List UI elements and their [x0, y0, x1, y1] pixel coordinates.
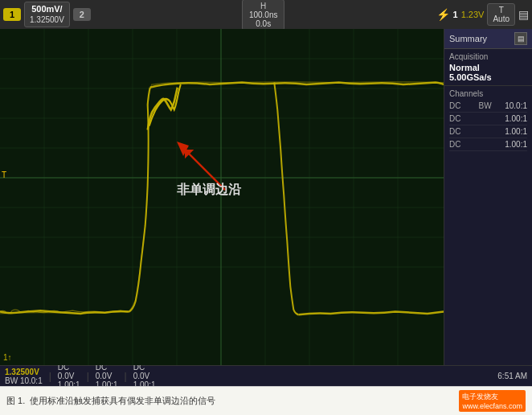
ch1-bw-status: BW 10.0:1: [5, 376, 43, 385]
ch4-offset: 0.0V: [133, 372, 150, 380]
summary-icon[interactable]: ▤: [514, 32, 527, 45]
run-voltage: 1.23V: [461, 10, 485, 19]
summary-header: Summary ▤: [444, 29, 532, 49]
trigger-icon: ⚡: [436, 8, 450, 21]
caption-text: 使用标准沿触发捕获具有偶发非单调边沿的信号: [30, 395, 215, 407]
annotation-text: 非单调边沿: [177, 182, 241, 199]
main-content: T 非单调边沿 1↑ Summary ▤: [0, 29, 532, 365]
voltage-div: 500mV/: [31, 4, 63, 14]
channel1-button[interactable]: 1: [3, 8, 21, 21]
figure-label: 图 1.: [6, 395, 25, 407]
sep1: |: [49, 371, 51, 382]
ch1-ratio: 10.0:1: [505, 101, 527, 110]
right-panel: Summary ▤ Acquisition Normal 5.00GSa/s C…: [444, 29, 532, 365]
channels-section: Channels DC BW 10.0:1 DC 1.00:1 DC 1.00:…: [444, 86, 532, 154]
ch1-dc: DC: [449, 101, 465, 110]
display-icon[interactable]: ▤: [518, 8, 529, 21]
time-offset: 0.0s: [256, 19, 271, 28]
main-container: 1 500mV/ 1.32500V 2 H 100.0ns 0.0s ⚡ 1 1…: [0, 0, 532, 415]
channel1-offset: 1.32500V: [30, 15, 64, 25]
channels-label: Channels: [449, 89, 527, 98]
scope-display: T 非单调边沿 1↑: [0, 29, 444, 365]
bottom-bar: 1.32500V BW 10.0:1 | DC 0.0V 1.00:1 | DC…: [0, 365, 532, 386]
ch1-volt-status: 1.32500V: [5, 368, 39, 376]
ch1-status: 1.32500V BW 10.0:1: [5, 368, 43, 385]
caption-area: 图 1. 使用标准沿触发捕获具有偶发非单调边沿的信号 电子发烧友 www.ele…: [0, 386, 532, 415]
channel2-button[interactable]: 2: [73, 8, 91, 21]
ch3-dc: DC: [449, 127, 465, 136]
channel-row-2: DC 1.00:1: [449, 113, 527, 125]
ch4-dc: DC: [449, 140, 465, 149]
timebase: 100.0ns: [249, 10, 278, 19]
channel1-settings: 500mV/ 1.32500V: [24, 2, 70, 27]
ch1-label: 1↑: [3, 353, 12, 362]
acquisition-label: Acquisition: [449, 52, 527, 61]
horizontal-section: H 100.0ns 0.0s: [242, 0, 285, 31]
ch4-ratio: 1.00:1: [505, 140, 527, 149]
channel-row-1: DC BW 10.0:1: [449, 100, 527, 113]
ch2-ratio: 1.00:1: [505, 114, 527, 123]
trigger-section: T Auto: [487, 3, 515, 26]
sep2: |: [87, 371, 89, 382]
annotation-container: 非单调边沿: [161, 134, 257, 209]
acq-rate: 5.00GSa/s: [449, 72, 527, 82]
ch3-offset: 0.0V: [96, 372, 113, 380]
watermark: 电子发烧友 www.elecfans.com: [459, 390, 526, 412]
ch1-bw: BW: [479, 101, 492, 110]
trigger-marker: T: [2, 171, 6, 179]
sep3: |: [125, 371, 127, 382]
summary-label: Summary: [449, 34, 487, 43]
trigger-label: T: [499, 6, 504, 14]
acq-mode: Normal: [449, 63, 527, 72]
run-count: 1: [453, 10, 458, 19]
channel-row-3: DC 1.00:1: [449, 125, 527, 138]
h-label: H: [260, 2, 266, 10]
top-toolbar: 1 500mV/ 1.32500V 2 H 100.0ns 0.0s ⚡ 1 1…: [0, 0, 532, 29]
time-display: 6:51 AM: [497, 372, 527, 380]
ch2-offset: 0.0V: [58, 372, 75, 380]
ch3-ratio: 1.00:1: [505, 127, 527, 136]
ch2-dc: DC: [449, 114, 465, 123]
channel-row-4: DC 1.00:1: [449, 138, 527, 151]
acquisition-section: Acquisition Normal 5.00GSa/s: [444, 49, 532, 86]
trigger-mode: Auto: [493, 14, 509, 23]
